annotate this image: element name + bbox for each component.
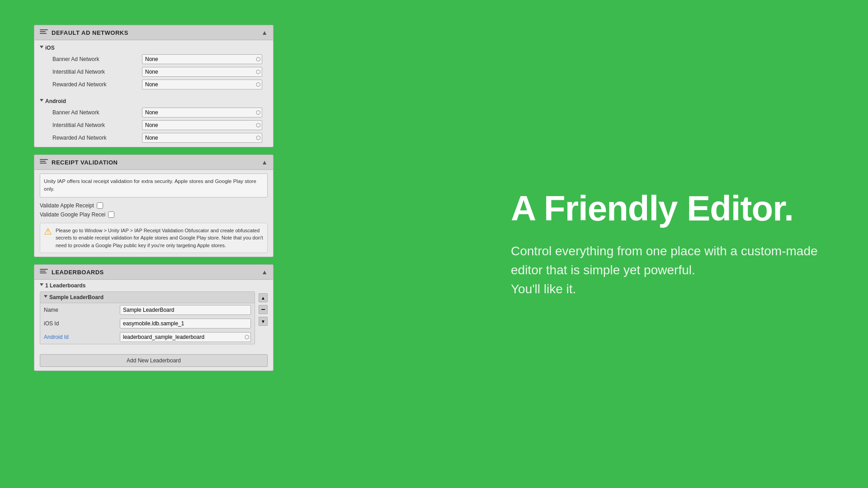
warning-box: ⚠ Please go to Window > Unity IAP > IAP …	[40, 223, 268, 253]
leaderboards-header-left: LEADERBOARDS	[40, 269, 104, 276]
leaderboard-arrow-down[interactable]: ▼	[259, 317, 268, 326]
ios-banner-row: Banner Ad Network None ⬡	[40, 53, 268, 66]
ios-rewarded-label: Rewarded Ad Network	[52, 81, 138, 88]
default-ad-networks-header: DEFAULT AD NETWORKS ▲	[34, 25, 273, 40]
android-triangle	[40, 99, 43, 103]
android-rewarded-label: Rewarded Ad Network	[52, 135, 138, 141]
ios-rewarded-row: Rewarded Ad Network None ⬡	[40, 78, 268, 91]
ios-interstitial-select[interactable]: None	[142, 67, 262, 77]
leaderboard-arrow-minus[interactable]: −	[259, 305, 268, 314]
ios-rewarded-select-wrapper: None ⬡	[142, 80, 262, 89]
leaderboards-content: 1 Leaderboards Sample LeaderBoard Name i…	[34, 280, 273, 351]
receipt-header-left: RECEIPT VALIDATION	[40, 159, 118, 166]
receipt-description: Unity IAP offers local receipt validatio…	[40, 174, 268, 197]
receipt-collapse-button[interactable]: ▲	[261, 159, 268, 166]
ios-interstitial-label: Interstitial Ad Network	[52, 69, 138, 75]
android-interstitial-select[interactable]: None	[142, 120, 262, 130]
leaderboard-ios-id-row: iOS Id	[40, 317, 255, 330]
android-section: Android Banner Ad Network None ⬡ Interst…	[34, 94, 273, 147]
android-banner-select-wrapper: None ⬡	[142, 108, 262, 117]
validate-google-checkbox[interactable]	[108, 211, 114, 218]
leaderboards-count: 1 Leaderboards	[40, 282, 268, 289]
receipt-validation-title: RECEIPT VALIDATION	[52, 159, 118, 166]
leaderboards-collapse-button[interactable]: ▲	[261, 268, 268, 276]
validate-apple-checkbox[interactable]	[97, 202, 103, 209]
android-interstitial-row: Interstitial Ad Network None ⬡	[40, 119, 268, 131]
panel-header-left: DEFAULT AD NETWORKS	[40, 29, 128, 36]
leaderboard-android-select-wrapper: leaderboard_sample_leaderboard ⬡	[120, 332, 251, 342]
warning-icon: ⚠	[44, 227, 52, 236]
ios-label: iOS	[45, 45, 55, 51]
collapse-button[interactable]: ▲	[261, 29, 268, 36]
ios-section-label: iOS	[40, 45, 268, 51]
warning-text: Please go to Window > Unity IAP > IAP Re…	[56, 227, 264, 249]
leaderboards-triangle	[40, 283, 43, 288]
android-banner-row: Banner Ad Network None ⬡	[40, 106, 268, 119]
leaderboard-ios-id-input[interactable]	[120, 319, 251, 328]
leaderboard-card-outer: Sample LeaderBoard Name iOS Id Android I…	[40, 291, 268, 348]
headline: A Friendly Editor.	[511, 189, 832, 228]
leaderboards-icon	[40, 269, 48, 275]
leaderboard-arrow-up[interactable]: ▲	[259, 293, 268, 302]
leaderboards-count-label: 1 Leaderboards	[45, 282, 85, 289]
leaderboard-android-id-label: Android Id	[44, 334, 116, 340]
android-interstitial-label: Interstitial Ad Network	[52, 122, 138, 128]
leaderboard-name-row: Name	[40, 303, 255, 317]
panel-icon	[40, 29, 48, 36]
leaderboard-card: Sample LeaderBoard Name iOS Id Android I…	[40, 291, 255, 344]
android-rewarded-select[interactable]: None	[142, 133, 262, 143]
default-ad-networks-title: DEFAULT AD NETWORKS	[52, 29, 128, 36]
android-rewarded-select-wrapper: None ⬡	[142, 133, 262, 143]
ios-triangle	[40, 46, 43, 50]
ios-interstitial-select-wrapper: None ⬡	[142, 67, 262, 77]
left-panel: DEFAULT AD NETWORKS ▲ iOS Banner Ad Netw…	[34, 25, 274, 371]
android-banner-label: Banner Ad Network	[52, 109, 138, 116]
validate-apple-row: Validate Apple Receipt	[34, 201, 273, 210]
receipt-icon	[40, 159, 48, 165]
validate-apple-label: Validate Apple Receipt	[40, 202, 94, 209]
leaderboard-name-input[interactable]	[120, 305, 251, 315]
android-label: Android	[45, 98, 66, 104]
ios-interstitial-row: Interstitial Ad Network None ⬡	[40, 66, 268, 78]
leaderboards-header: LEADERBOARDS ▲	[34, 265, 273, 280]
android-section-label: Android	[40, 98, 268, 104]
subtext: Control everything from one place with a…	[511, 242, 827, 299]
leaderboard-card-title: Sample LeaderBoard	[49, 294, 104, 300]
ios-section: iOS Banner Ad Network None ⬡ Interstitia…	[34, 40, 273, 94]
leaderboard-card-header: Sample LeaderBoard	[40, 292, 255, 303]
leaderboard-card-triangle	[44, 295, 47, 300]
receipt-validation-panel: RECEIPT VALIDATION ▲ Unity IAP offers lo…	[34, 155, 274, 257]
right-content: A Friendly Editor. Control everything fr…	[484, 0, 868, 488]
ios-banner-label: Banner Ad Network	[52, 56, 138, 62]
ios-banner-select-wrapper: None ⬡	[142, 54, 262, 64]
leaderboards-title: LEADERBOARDS	[52, 269, 104, 276]
leaderboard-android-id-select[interactable]: leaderboard_sample_leaderboard	[120, 332, 251, 342]
leaderboard-android-id-row: Android Id leaderboard_sample_leaderboar…	[40, 330, 255, 344]
leaderboard-name-label: Name	[44, 307, 116, 313]
android-rewarded-row: Rewarded Ad Network None ⬡	[40, 131, 268, 144]
add-leaderboard-button[interactable]: Add New Leaderboard	[40, 354, 268, 367]
android-interstitial-select-wrapper: None ⬡	[142, 120, 262, 130]
android-banner-select[interactable]: None	[142, 108, 262, 117]
receipt-validation-header: RECEIPT VALIDATION ▲	[34, 155, 273, 170]
validate-google-row: Validate Google Play Recei	[34, 210, 273, 219]
leaderboard-ios-id-label: iOS Id	[44, 320, 116, 327]
ios-rewarded-select[interactable]: None	[142, 80, 262, 89]
default-ad-networks-panel: DEFAULT AD NETWORKS ▲ iOS Banner Ad Netw…	[34, 25, 274, 147]
ios-banner-select[interactable]: None	[142, 54, 262, 64]
leaderboards-panel: LEADERBOARDS ▲ 1 Leaderboards Sample Lea…	[34, 264, 274, 371]
validate-google-label: Validate Google Play Recei	[40, 211, 105, 218]
leaderboard-side-arrows: ▲ − ▼	[259, 291, 268, 348]
